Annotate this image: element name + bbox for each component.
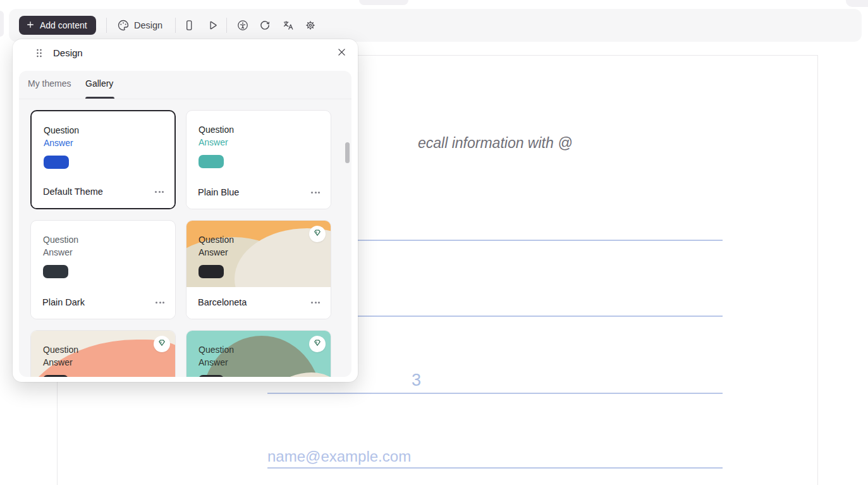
panel-scrollbar[interactable] [345, 142, 350, 163]
theme-options-button[interactable] [311, 189, 320, 196]
theme-preview: Question Answer [186, 221, 331, 287]
theme-name: Plain Dark [42, 297, 85, 307]
preview-button-swatch [199, 155, 224, 168]
recall-button[interactable] [256, 16, 274, 34]
translate-button[interactable] [279, 16, 297, 34]
play-icon [206, 19, 219, 32]
design-panel-body: My themes Gallery Question Answer Defaul… [19, 71, 351, 377]
close-icon [336, 47, 347, 59]
plus-icon [25, 20, 35, 32]
field-underline [267, 393, 723, 394]
preview-button-swatch [199, 265, 224, 278]
email-field-placeholder[interactable]: name@example.com [267, 448, 411, 465]
settings-icon [304, 19, 317, 32]
theme-card-plain-blue[interactable]: Question Answer Plain Blue [186, 110, 331, 209]
mobile-preview-icon [183, 19, 195, 32]
theme-preview: Question Answer [186, 331, 331, 377]
tab-my-themes[interactable]: My themes [28, 78, 71, 89]
preview-button-swatch [199, 375, 224, 377]
design-panel: Design My themes Gallery Question Answer [13, 39, 358, 382]
accessibility-button[interactable] [234, 16, 252, 34]
theme-name: Plain Blue [198, 187, 239, 197]
theme-card-footer: Default Theme [32, 175, 174, 208]
preview-question: Question [43, 233, 175, 246]
preview-question: Question [44, 124, 174, 137]
theme-preview: Question Answer [186, 111, 331, 177]
gem-icon [313, 338, 322, 350]
preview-answer: Answer [199, 246, 331, 259]
app-root: Add content Design [0, 0, 868, 485]
design-button-label: Design [134, 20, 162, 30]
theme-options-button[interactable] [311, 299, 320, 306]
theme-card-footer: Plain Dark [31, 286, 175, 319]
theme-tabs: My themes Gallery [19, 71, 351, 99]
active-tab-underline [85, 97, 114, 99]
theme-preview: Question Answer [31, 221, 175, 287]
toolbar-divider [175, 18, 176, 33]
accessibility-icon [236, 19, 249, 32]
design-panel-header: Design [13, 39, 358, 67]
field-underline [267, 467, 723, 469]
theme-card-footer: Plain Blue [186, 176, 331, 209]
premium-badge [309, 336, 326, 352]
editor-toolbar: Add content Design [9, 9, 862, 42]
theme-card-coral[interactable]: Question Answer [30, 330, 176, 377]
top-right-fragment [846, 0, 868, 7]
toolbar-divider [106, 18, 107, 33]
gem-icon [157, 338, 166, 350]
close-panel-button[interactable] [334, 46, 349, 61]
theme-card-default-theme[interactable]: Question Answer Default Theme [30, 110, 176, 209]
preview-answer: Answer [199, 136, 331, 149]
preview-button-swatch [43, 265, 68, 278]
theme-card-footer: Barceloneta [186, 286, 331, 319]
theme-name: Barceloneta [198, 297, 247, 307]
design-button[interactable]: Design [117, 16, 162, 34]
add-content-button[interactable]: Add content [19, 16, 96, 35]
theme-options-button[interactable] [155, 188, 164, 195]
preview-button-swatch [44, 156, 69, 169]
theme-preview: Question Answer [31, 331, 175, 377]
theme-preview: Question Answer [32, 111, 174, 178]
left-edge-fragment [0, 11, 4, 37]
preview-question: Question [199, 123, 331, 136]
palette-icon [117, 19, 130, 32]
premium-badge [309, 226, 326, 242]
question-placeholder-text[interactable]: ecall information with @ [418, 135, 573, 152]
phone-placeholder-partial[interactable]: 3 [412, 371, 421, 390]
toolbar-divider [226, 18, 227, 33]
theme-gallery-grid: Question Answer Default Theme Question A… [19, 99, 351, 377]
theme-card-mint[interactable]: Question Answer [186, 330, 331, 377]
gem-icon [313, 228, 322, 240]
settings-button[interactable] [302, 16, 319, 34]
preview-answer: Answer [199, 356, 331, 369]
translate-icon [282, 19, 295, 32]
preview-answer: Answer [43, 246, 175, 259]
tab-gallery[interactable]: Gallery [85, 78, 113, 89]
add-content-label: Add content [40, 20, 87, 30]
theme-card-plain-dark[interactable]: Question Answer Plain Dark [30, 220, 176, 319]
recall-icon [259, 19, 271, 32]
panel-title: Design [53, 47, 83, 58]
preview-answer: Answer [43, 356, 175, 369]
theme-name: Default Theme [43, 187, 103, 197]
top-tab-fragment [359, 0, 408, 5]
theme-options-button[interactable] [156, 299, 164, 306]
preview-play-button[interactable] [204, 16, 221, 34]
drag-handle-icon[interactable] [35, 48, 43, 60]
mobile-preview-button[interactable] [180, 16, 198, 34]
preview-button-swatch [43, 375, 68, 377]
preview-answer: Answer [44, 137, 174, 149]
theme-card-barceloneta[interactable]: Question Answer Barceloneta [186, 220, 331, 319]
premium-badge [154, 336, 170, 352]
